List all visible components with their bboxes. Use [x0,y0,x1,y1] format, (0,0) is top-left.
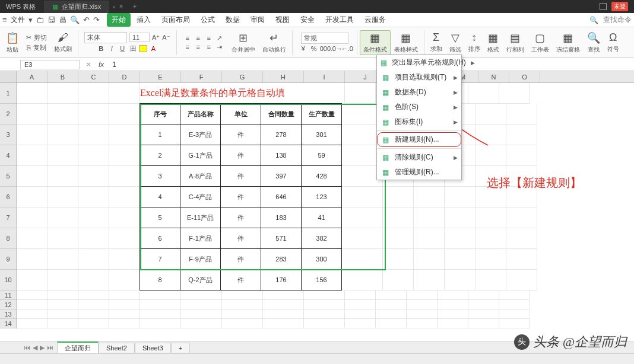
cell[interactable] [222,300,263,309]
preview-icon[interactable]: 🔍 [70,15,80,24]
cell[interactable] [476,249,506,270]
fx-icon[interactable]: fx [94,60,109,69]
cell[interactable] [47,290,78,300]
cell[interactable]: 138 [261,145,302,166]
row-header[interactable]: 9 [0,249,17,270]
cell[interactable] [17,187,47,207]
cell[interactable] [468,300,499,309]
cell[interactable] [47,166,78,187]
cell[interactable] [17,309,47,319]
cell[interactable]: Excel满足数量条件的单元格自动填 [140,83,345,104]
cell[interactable] [376,319,407,328]
col-C[interactable]: C [78,71,109,82]
cell[interactable] [47,249,78,270]
cell[interactable]: E-11产品 [180,207,221,228]
cell[interactable] [17,83,47,104]
cell[interactable] [17,228,47,249]
col-H[interactable]: H [263,71,304,82]
cell[interactable]: 300 [301,248,342,270]
cell[interactable] [78,145,109,166]
cell[interactable] [499,290,530,300]
cell[interactable] [499,83,530,104]
cell[interactable] [47,207,78,228]
numfmt-select[interactable]: 常规 [301,33,348,44]
cell[interactable] [263,309,304,319]
col-F[interactable]: F [181,71,222,82]
cell[interactable] [263,319,304,328]
cell[interactable] [383,187,414,207]
row-header[interactable]: 11 [0,290,17,300]
cell[interactable] [17,207,47,228]
cell[interactable] [47,104,78,124]
cell[interactable] [17,104,47,124]
menu-icon[interactable]: ≡ [2,15,7,24]
cell[interactable]: 571 [261,228,302,249]
cell[interactable] [47,300,78,309]
cell[interactable] [438,290,468,300]
chevron-down-icon[interactable]: ▾ [28,15,33,24]
cell[interactable]: 件 [220,145,261,166]
cell[interactable] [78,300,109,309]
paste-group[interactable]: 📋 粘贴 [2,30,23,55]
cell[interactable] [345,309,376,319]
cell[interactable] [476,270,506,290]
cell[interactable]: 件 [220,186,261,207]
search-text[interactable]: 查找命令 [603,15,632,25]
cell[interactable] [376,290,407,300]
cell[interactable] [109,207,140,228]
col-O[interactable]: O [509,71,540,82]
dd-item-6[interactable]: ▦清除规则(C)▶ [377,150,461,165]
cell[interactable] [438,300,468,309]
cell[interactable] [438,319,468,328]
sheet-tab-2[interactable]: Sheet2 [99,343,135,353]
tab-start[interactable]: 开始 [107,13,131,27]
cell[interactable] [222,290,263,300]
cell[interactable] [47,309,78,319]
cell[interactable] [78,124,109,145]
cell[interactable]: 件 [220,228,261,249]
tab-cloud[interactable]: 云服务 [360,13,391,27]
cell[interactable] [407,300,438,309]
font-select[interactable]: 宋体 [84,32,127,43]
cell[interactable] [78,309,109,319]
tab-dev[interactable]: 开发工具 [321,13,359,27]
cell[interactable] [499,300,530,309]
cell[interactable] [140,290,181,300]
cell[interactable] [376,309,407,319]
cut-icon[interactable]: ✂ [26,34,31,41]
cell[interactable] [78,83,109,104]
row-header[interactable]: 12 [0,300,17,309]
cell[interactable] [506,124,537,145]
sheet-prev-icon[interactable]: ◀ [33,344,37,352]
cell[interactable] [109,300,140,309]
cell[interactable] [263,290,304,300]
cell[interactable] [445,270,476,290]
cell[interactable] [181,300,222,309]
row-header[interactable]: 1 [0,83,17,104]
col-G[interactable]: G [222,71,263,82]
sheet-tab-active[interactable]: 企望而归 [57,341,99,354]
cell[interactable] [109,187,140,207]
dd-item-7[interactable]: ▦管理规则(R)... [377,165,461,180]
cell[interactable] [17,290,47,300]
cell[interactable] [304,319,345,328]
cell[interactable] [78,270,109,290]
align-top-icon[interactable]: ≡ [183,34,192,41]
cancel-fx-icon[interactable]: ✕ [83,60,94,69]
percent-icon[interactable]: % [309,45,319,52]
cell[interactable] [78,207,109,228]
currency-icon[interactable]: ¥ [299,45,308,52]
cell[interactable]: 6 [140,228,180,249]
cell[interactable] [109,270,140,290]
cell[interactable]: 41 [301,207,342,228]
cell[interactable]: 176 [261,269,302,290]
cell[interactable] [476,228,506,249]
align-mid-icon[interactable]: ≡ [194,34,203,41]
cell[interactable] [304,309,345,319]
col-I[interactable]: I [304,71,345,82]
file-menu[interactable]: 文件 [11,15,25,25]
dec-dec-icon[interactable]: ←.0 [341,45,351,52]
cell[interactable] [445,187,476,207]
cell[interactable] [468,83,499,104]
cell[interactable]: 8 [140,269,180,290]
